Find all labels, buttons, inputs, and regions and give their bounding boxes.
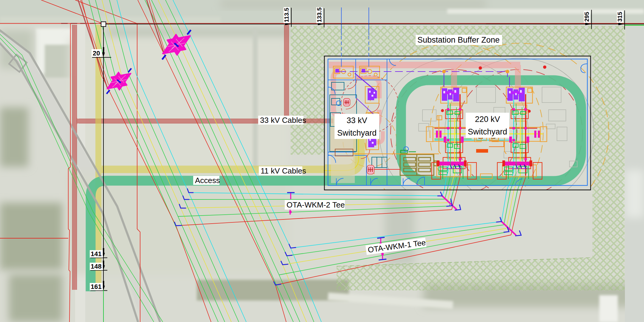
svg-text:11 kV Cables: 11 kV Cables [261, 166, 306, 175]
svg-text:20: 20 [93, 49, 100, 57]
svg-text:220 kV: 220 kV [475, 115, 500, 124]
svg-text:Access: Access [195, 176, 220, 185]
svg-text:161: 161 [91, 283, 102, 290]
svg-text:33 kV: 33 kV [346, 116, 367, 125]
svg-text:Switchyard: Switchyard [337, 129, 377, 137]
svg-text:Switchyard: Switchyard [468, 127, 507, 136]
svg-text:113.5: 113.5 [283, 8, 290, 22]
svg-text:133.5: 133.5 [316, 7, 323, 22]
svg-text:33 kV Cables: 33 kV Cables [260, 116, 306, 125]
svg-text:148: 148 [91, 263, 102, 270]
svg-text:315: 315 [617, 12, 623, 22]
svg-text:295: 295 [583, 12, 590, 22]
svg-text:141: 141 [91, 250, 102, 258]
svg-text:OTA-WKM-2 Tee: OTA-WKM-2 Tee [287, 200, 345, 209]
svg-text:Substation Buffer Zone: Substation Buffer Zone [417, 35, 500, 44]
